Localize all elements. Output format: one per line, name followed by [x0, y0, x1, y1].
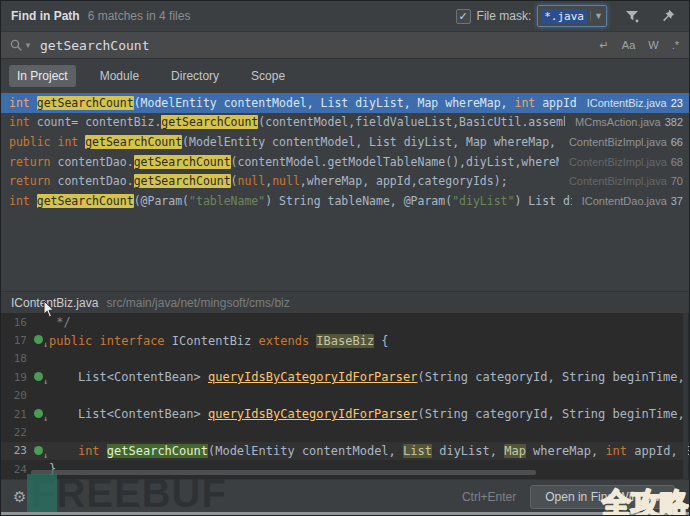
result-text: int getSearchCount(ModelEntity contentMo… [9, 96, 577, 110]
result-location: IContentBiz.java23 [577, 97, 689, 109]
horizontal-scrollbar[interactable] [31, 470, 536, 475]
vertical-scrollbar[interactable] [683, 313, 688, 479]
result-row[interactable]: return contentDao.getSearchCount(null,nu… [1, 172, 689, 192]
result-location: ContentBizImpl.java68 [559, 156, 689, 168]
result-row[interactable]: int getSearchCount(@Param("tableName") S… [1, 191, 689, 211]
result-text: int count= contentBiz.getSearchCount(con… [9, 115, 565, 129]
line-number: 21 [1, 408, 31, 421]
regex-icon[interactable]: .* [672, 39, 679, 51]
search-input[interactable] [38, 37, 600, 54]
match-count: 6 matches in 4 files [88, 9, 191, 23]
code-text: int getSearchCount(ModelEntity contentMo… [49, 444, 689, 458]
pin-icon [660, 8, 676, 24]
dialog-title: Find in Path [11, 9, 80, 23]
result-row[interactable]: int count= contentBiz.getSearchCount(con… [1, 113, 689, 133]
code-line: 18 [1, 350, 689, 368]
implemented-gutter-icon[interactable] [34, 446, 43, 455]
line-number: 19 [1, 371, 31, 384]
code-text: public interface IContentBiz extends IBa… [49, 334, 689, 348]
code-line: 20 [1, 387, 689, 405]
open-in-find-window-button[interactable]: Open in Find Window [530, 485, 675, 509]
scope-tabs: In ProjectModuleDirectoryScope [1, 59, 689, 93]
chevron-down-icon[interactable]: ▼ [590, 11, 606, 21]
line-number: 22 [1, 426, 31, 439]
code-line: 23 int getSearchCount(ModelEntity conten… [1, 442, 689, 460]
line-number: 17 [1, 334, 31, 347]
scope-tab-directory[interactable]: Directory [163, 65, 227, 87]
implemented-gutter-icon[interactable] [34, 372, 43, 381]
file-mask-checkbox[interactable]: ✓ [456, 9, 471, 24]
result-text: public int getSearchCount(ModelEntity co… [9, 135, 559, 149]
filter-button[interactable] [621, 5, 643, 27]
code-line: 22 [1, 423, 689, 441]
gear-icon[interactable]: ⚙ [13, 488, 26, 506]
file-mask-value[interactable]: *.java [541, 9, 587, 24]
results-list: int getSearchCount(ModelEntity contentMo… [1, 93, 689, 291]
search-history-button[interactable]: ▼ [9, 38, 32, 52]
chevron-down-icon: ▼ [24, 41, 32, 50]
shortcut-hint: Ctrl+Enter [462, 490, 516, 504]
result-row[interactable]: return contentDao.getSearchCount(content… [1, 152, 689, 172]
search-icon [9, 38, 23, 52]
dialog-header: Find in Path 6 matches in 4 files ✓ File… [1, 1, 689, 31]
file-mask-combo[interactable]: *.java ▼ [537, 5, 607, 27]
line-number: 18 [1, 352, 31, 365]
result-text: return contentDao.getSearchCount(null,nu… [9, 174, 559, 188]
result-text: int getSearchCount(@Param("tableName") S… [9, 194, 572, 208]
line-number: 16 [1, 316, 31, 329]
code-line: 21 List<ContentBean> queryIdsByCategoryI… [1, 405, 689, 423]
result-text: return contentDao.getSearchCount(content… [9, 155, 559, 169]
line-number: 23 [1, 444, 31, 457]
words-icon[interactable]: W [648, 39, 658, 51]
code-line: 17public interface IContentBiz extends I… [1, 331, 689, 349]
result-location: ContentBizImpl.java66 [559, 136, 689, 148]
match-case-icon[interactable]: Aa [622, 39, 635, 51]
result-location: MCmsAction.java382 [565, 116, 689, 128]
result-row[interactable]: public int getSearchCount(ModelEntity co… [1, 132, 689, 152]
dialog-footer: ⚙ Ctrl+Enter Open in Find Window [1, 479, 689, 514]
code-text: List<ContentBean> queryIdsByCategoryIdFo… [49, 370, 689, 384]
scope-tab-in-project[interactable]: In Project [9, 65, 76, 87]
implemented-gutter-icon[interactable] [34, 335, 43, 344]
search-options: ↵AaW.* [600, 39, 679, 52]
result-location: ContentBizImpl.java70 [559, 175, 689, 187]
line-number: 20 [1, 389, 31, 402]
preview-file-name: IContentBiz.java [11, 296, 98, 310]
find-in-path-dialog: Find in Path 6 matches in 4 files ✓ File… [0, 0, 690, 516]
code-line: 16 */ [1, 313, 689, 331]
implemented-gutter-icon[interactable] [34, 409, 43, 418]
preview-file-path: src/main/java/net/mingsoft/cms/biz [106, 296, 289, 310]
result-location: IContentDao.java37 [572, 195, 689, 207]
newline-icon[interactable]: ↵ [600, 39, 609, 52]
scope-tab-module[interactable]: Module [92, 65, 147, 87]
search-field-row: ▼ ↵AaW.* [1, 31, 689, 59]
result-row[interactable]: int getSearchCount(ModelEntity contentMo… [1, 93, 689, 113]
scope-tab-scope[interactable]: Scope [243, 65, 293, 87]
code-line: 19 List<ContentBean> queryIdsByCategoryI… [1, 368, 689, 386]
funnel-icon [624, 8, 640, 24]
code-text: */ [49, 315, 689, 329]
preview-path-bar: IContentBiz.java src/main/java/net/mings… [1, 291, 689, 313]
code-preview: 16 */17public interface IContentBiz exte… [1, 313, 689, 479]
code-text: List<ContentBean> queryIdsByCategoryIdFo… [49, 407, 689, 421]
window-bottom-edge [1, 512, 689, 515]
file-mask-label: File mask: [477, 9, 532, 23]
pin-button[interactable] [657, 5, 679, 27]
line-number: 24 [1, 463, 31, 476]
